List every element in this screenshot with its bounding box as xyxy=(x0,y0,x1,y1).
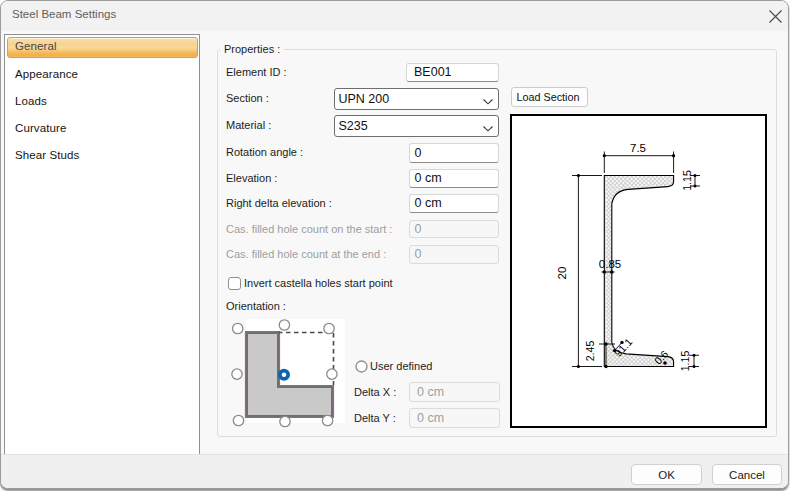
svg-text:1.15: 1.15 xyxy=(681,170,693,191)
svg-text:1.15: 1.15 xyxy=(679,351,691,372)
svg-text:0.85: 0.85 xyxy=(599,258,621,270)
svg-text:2.45: 2.45 xyxy=(584,341,596,362)
svg-text:20: 20 xyxy=(556,267,568,280)
svg-text:7.5: 7.5 xyxy=(630,142,646,154)
